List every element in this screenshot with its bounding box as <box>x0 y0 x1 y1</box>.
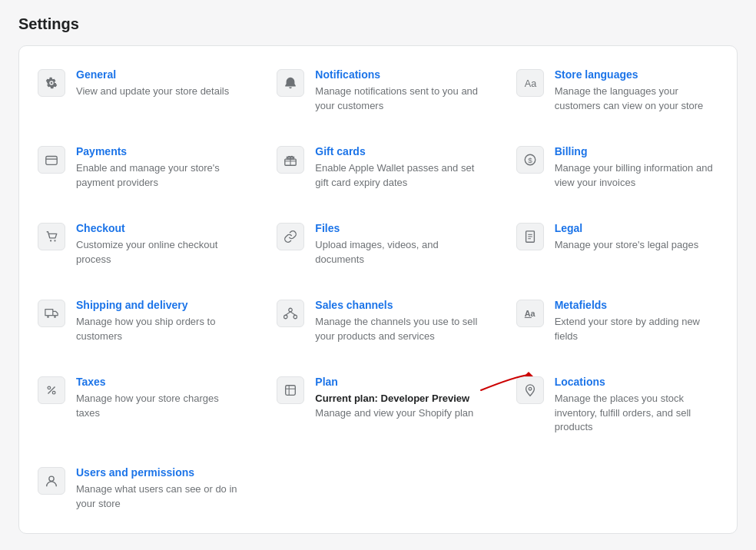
locations-content: LocationsManage the places you stock inv… <box>555 375 718 436</box>
shipping-icon <box>38 300 65 327</box>
users-icon <box>38 467 65 495</box>
setting-item-general[interactable]: GeneralView and update your store detail… <box>19 52 258 129</box>
svg-point-24 <box>52 391 55 394</box>
files-icon <box>277 223 304 250</box>
svg-point-14 <box>54 316 56 318</box>
taxes-desc: Manage how your store charges taxes <box>76 392 240 421</box>
svg-line-19 <box>290 311 295 315</box>
locations-icon <box>516 376 544 404</box>
setting-item-gift-cards[interactable]: Gift cardsEnable Apple Wallet passes and… <box>258 129 497 206</box>
store-languages-title: Store languages <box>555 68 718 81</box>
files-desc: Upload images, videos, and documents <box>315 238 479 267</box>
users-content: Users and permissionsManage what users c… <box>76 466 240 512</box>
setting-item-payments[interactable]: PaymentsEnable and manage your store's p… <box>19 129 258 206</box>
sales-channels-title: Sales channels <box>315 298 479 312</box>
payments-title: Payments <box>76 144 240 158</box>
gift-cards-icon <box>277 146 304 174</box>
billing-desc: Manage your billing information and view… <box>555 161 718 191</box>
settings-grid: GeneralView and update your store detail… <box>19 52 737 527</box>
users-desc: Manage what users can see or do in your … <box>76 482 240 512</box>
setting-item-locations[interactable]: LocationsManage the places you stock inv… <box>498 359 737 451</box>
setting-item-plan[interactable]: PlanCurrent plan: Developer Preview Mana… <box>258 359 497 451</box>
svg-text:Aa: Aa <box>524 78 536 89</box>
billing-icon: $ <box>516 146 544 174</box>
checkout-title: Checkout <box>76 221 240 235</box>
setting-item-checkout[interactable]: CheckoutCustomize your online checkout p… <box>19 206 258 283</box>
store-languages-content: Store languagesManage the languages your… <box>555 68 718 114</box>
svg-text:Aa: Aa <box>524 308 536 317</box>
billing-content: BillingManage your billing information a… <box>555 144 718 191</box>
page-title: Settings <box>18 15 738 33</box>
files-title: Files <box>315 221 479 235</box>
legal-desc: Manage your store's legal pages <box>555 238 698 253</box>
shipping-content: Shipping and deliveryManage how you ship… <box>76 298 240 344</box>
sales-channels-icon <box>277 300 304 327</box>
metafields-icon: Aa <box>516 300 544 327</box>
notifications-title: Notifications <box>315 68 479 81</box>
general-desc: View and update your store details <box>76 84 229 99</box>
general-content: GeneralView and update your store detail… <box>76 68 229 99</box>
locations-desc: Manage the places you stock inventory, f… <box>555 392 718 436</box>
svg-line-22 <box>48 386 55 393</box>
plan-highlight: Current plan: Developer Preview <box>315 392 469 406</box>
svg-point-30 <box>49 476 54 481</box>
setting-item-files[interactable]: FilesUpload images, videos, and document… <box>258 206 497 283</box>
shipping-title: Shipping and delivery <box>76 298 240 312</box>
payments-desc: Enable and manage your store's payment p… <box>76 161 240 191</box>
gift-cards-desc: Enable Apple Wallet passes and set gift … <box>315 161 479 191</box>
gift-cards-content: Gift cardsEnable Apple Wallet passes and… <box>315 144 479 191</box>
checkout-desc: Customize your online checkout process <box>76 238 240 267</box>
svg-point-7 <box>50 240 51 241</box>
users-title: Users and permissions <box>76 466 240 479</box>
checkout-icon <box>38 223 65 250</box>
svg-point-15 <box>289 308 293 312</box>
svg-rect-1 <box>46 156 57 164</box>
svg-point-8 <box>54 240 55 241</box>
sales-channels-desc: Manage the channels you use to sell your… <box>315 315 479 344</box>
payments-icon <box>38 146 65 174</box>
taxes-content: TaxesManage how your store charges taxes <box>76 375 240 421</box>
setting-item-notifications[interactable]: NotificationsManage notifications sent t… <box>258 52 497 129</box>
setting-item-taxes[interactable]: TaxesManage how your store charges taxes <box>19 359 258 451</box>
legal-title: Legal <box>555 221 698 235</box>
shipping-desc: Manage how you ship orders to customers <box>76 315 240 344</box>
general-icon <box>38 69 65 97</box>
svg-text:$: $ <box>528 155 532 164</box>
locations-title: Locations <box>555 375 718 389</box>
svg-point-17 <box>293 315 297 319</box>
svg-rect-25 <box>286 385 296 395</box>
legal-content: LegalManage your store's legal pages <box>555 221 698 253</box>
sales-channels-content: Sales channelsManage the channels you us… <box>315 298 479 344</box>
legal-icon <box>516 223 544 250</box>
svg-point-23 <box>48 386 51 389</box>
empty-cell <box>498 450 737 527</box>
setting-item-users[interactable]: Users and permissionsManage what users c… <box>19 450 258 527</box>
payments-content: PaymentsEnable and manage your store's p… <box>76 144 240 191</box>
setting-item-sales-channels[interactable]: Sales channelsManage the channels you us… <box>258 283 497 359</box>
metafields-content: MetafieldsExtend your store by adding ne… <box>555 298 718 344</box>
plan-icon <box>277 376 304 404</box>
plan-title: Plan <box>315 375 479 389</box>
taxes-icon <box>38 376 65 404</box>
setting-item-legal[interactable]: LegalManage your store's legal pages <box>498 206 737 283</box>
billing-title: Billing <box>555 144 718 158</box>
setting-item-store-languages[interactable]: AaStore languagesManage the languages yo… <box>498 52 737 129</box>
store-languages-icon: Aa <box>516 69 544 97</box>
setting-item-metafields[interactable]: AaMetafieldsExtend your store by adding … <box>498 283 737 359</box>
taxes-title: Taxes <box>76 375 240 389</box>
plan-content: PlanCurrent plan: Developer Preview Mana… <box>315 375 479 421</box>
gift-cards-title: Gift cards <box>315 144 479 158</box>
svg-point-16 <box>284 315 288 319</box>
notifications-content: NotificationsManage notifications sent t… <box>315 68 479 114</box>
metafields-title: Metafields <box>555 298 718 312</box>
metafields-desc: Extend your store by adding new fields <box>555 315 718 344</box>
files-content: FilesUpload images, videos, and document… <box>315 221 479 267</box>
settings-card: GeneralView and update your store detail… <box>18 45 738 534</box>
general-title: General <box>76 68 229 81</box>
store-languages-desc: Manage the languages your customers can … <box>555 84 718 114</box>
svg-line-18 <box>286 311 290 315</box>
svg-point-13 <box>47 316 49 318</box>
notifications-icon <box>277 69 304 97</box>
setting-item-billing[interactable]: $BillingManage your billing information … <box>498 129 737 206</box>
setting-item-shipping[interactable]: Shipping and deliveryManage how you ship… <box>19 283 258 359</box>
